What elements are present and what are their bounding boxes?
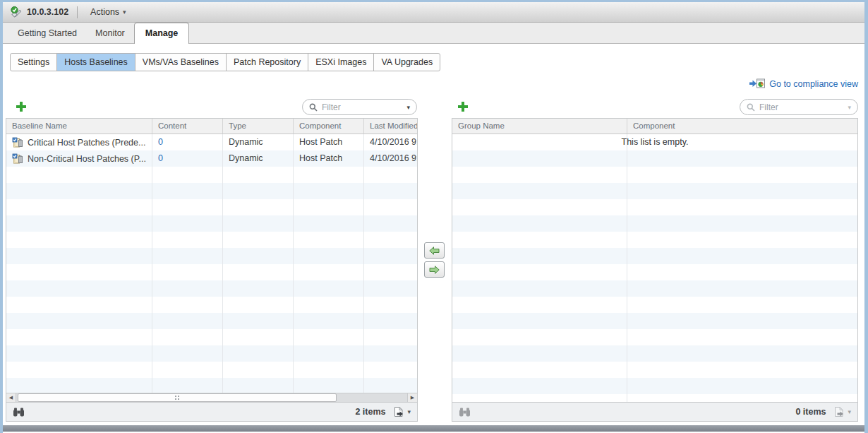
column-header-last-modified[interactable]: Last Modified bbox=[364, 119, 417, 134]
table-cell-empty bbox=[223, 313, 294, 329]
column-header-group-name[interactable]: Group Name bbox=[452, 119, 627, 134]
tab-manage[interactable]: Manage bbox=[134, 23, 190, 44]
table-cell-empty bbox=[452, 167, 627, 183]
table-row-empty bbox=[6, 232, 417, 248]
scrollbar-thumb[interactable] bbox=[18, 393, 337, 402]
subtab-vms-vas-baselines[interactable]: VMs/VAs Baselines bbox=[135, 54, 227, 71]
table-cell-empty bbox=[152, 345, 223, 362]
export-list-icon bbox=[394, 407, 404, 417]
table-cell-empty bbox=[223, 215, 294, 232]
subtab-patch-repository[interactable]: Patch Repository bbox=[227, 54, 308, 71]
table-cell-empty bbox=[364, 362, 417, 378]
table-cell-empty bbox=[223, 329, 294, 345]
baseline-content-link[interactable]: 0 bbox=[152, 150, 223, 167]
table-cell-empty bbox=[294, 167, 364, 183]
go-to-compliance-view-link[interactable]: Go to compliance view bbox=[749, 78, 858, 89]
tab-getting-started[interactable]: Getting Started bbox=[8, 23, 86, 43]
baselines-table: Baseline Name Content Type Component Las… bbox=[6, 118, 418, 422]
table-cell-empty bbox=[627, 297, 857, 313]
export-dropdown-icon[interactable]: ▾ bbox=[407, 408, 411, 415]
export-button[interactable]: ▾ bbox=[394, 407, 411, 417]
column-header-type[interactable]: Type bbox=[223, 119, 294, 134]
table-cell-empty bbox=[364, 232, 417, 248]
subtab-esxi-images[interactable]: ESXi Images bbox=[308, 54, 374, 71]
search-icon bbox=[747, 103, 755, 112]
table-cell-empty bbox=[152, 313, 223, 329]
table-cell-empty bbox=[452, 183, 627, 199]
baselines-table-header: Baseline Name Content Type Component Las… bbox=[6, 119, 417, 134]
baseline-row[interactable]: Critical Host Patches (Prede... 0 Dynami… bbox=[6, 134, 417, 150]
baselines-table-body: Critical Host Patches (Prede... 0 Dynami… bbox=[6, 134, 417, 393]
table-cell-empty bbox=[452, 329, 627, 345]
find-binoculars-icon[interactable] bbox=[13, 408, 25, 417]
add-baseline-group-button[interactable] bbox=[456, 100, 470, 114]
column-header-component[interactable]: Component bbox=[627, 119, 857, 134]
table-row-empty bbox=[6, 378, 417, 393]
find-binoculars-icon[interactable] bbox=[459, 408, 471, 417]
table-cell-empty bbox=[627, 248, 857, 264]
table-cell-empty bbox=[294, 264, 364, 280]
table-cell-empty bbox=[627, 199, 857, 215]
table-cell-empty bbox=[294, 232, 364, 248]
table-cell-empty bbox=[223, 183, 294, 199]
column-header-baseline-name[interactable]: Baseline Name bbox=[6, 119, 152, 134]
baselines-status-bar: 2 items ▾ bbox=[6, 402, 417, 421]
table-row-empty bbox=[452, 248, 857, 264]
table-cell-empty bbox=[6, 215, 152, 232]
table-cell-empty bbox=[364, 199, 417, 215]
items-count: 0 items bbox=[795, 407, 826, 417]
groups-filter-input[interactable]: Filter ▾ bbox=[740, 99, 858, 115]
subtab-va-upgrades[interactable]: VA Upgrades bbox=[374, 54, 440, 71]
scroll-right-arrow[interactable]: ▶ bbox=[407, 393, 417, 402]
attach-right-arrow-button[interactable] bbox=[424, 261, 445, 278]
table-row-empty bbox=[452, 150, 857, 167]
table-row-empty bbox=[6, 199, 417, 215]
subtab-settings[interactable]: Settings bbox=[11, 54, 57, 71]
baselines-filter-input[interactable]: Filter ▾ bbox=[302, 99, 417, 115]
attach-left-arrow-button[interactable] bbox=[424, 242, 445, 259]
tab-monitor[interactable]: Monitor bbox=[86, 23, 134, 43]
table-cell-empty bbox=[452, 264, 627, 280]
manage-subtabs: Settings Hosts Baselines VMs/VAs Baselin… bbox=[10, 53, 440, 71]
column-header-content[interactable]: Content bbox=[152, 119, 223, 134]
chevron-down-icon: ▾ bbox=[123, 8, 126, 16]
table-cell-empty bbox=[223, 248, 294, 264]
baseline-content-link[interactable]: 0 bbox=[152, 134, 223, 150]
table-cell-empty bbox=[152, 215, 223, 232]
groups-table-body bbox=[452, 134, 857, 402]
window-frame-right bbox=[864, 0, 868, 433]
table-cell-empty bbox=[452, 378, 627, 394]
subtab-hosts-baselines[interactable]: Hosts Baselines bbox=[57, 54, 135, 71]
groups-status-bar: 0 items ▾ bbox=[452, 402, 857, 421]
table-cell-empty bbox=[627, 362, 857, 378]
table-row-empty bbox=[6, 167, 417, 183]
table-row-empty bbox=[452, 362, 857, 378]
table-cell-empty bbox=[452, 248, 627, 264]
table-cell-empty bbox=[452, 150, 627, 167]
actions-menu-button[interactable]: Actions ▾ bbox=[86, 4, 131, 20]
baseline-row[interactable]: Non-Critical Host Patches (P... 0 Dynami… bbox=[6, 150, 417, 167]
object-name: 10.0.3.102 bbox=[27, 7, 68, 17]
filter-placeholder: Filter bbox=[322, 102, 406, 112]
table-cell-empty bbox=[452, 313, 627, 329]
filter-dropdown-icon[interactable]: ▾ bbox=[848, 104, 851, 111]
export-dropdown-icon[interactable]: ▾ bbox=[848, 408, 851, 415]
update-manager-icon bbox=[10, 6, 23, 18]
table-cell-empty bbox=[294, 248, 364, 264]
filter-dropdown-icon[interactable]: ▾ bbox=[406, 104, 410, 111]
table-cell-empty bbox=[452, 345, 627, 362]
green-right-arrow-icon bbox=[429, 266, 440, 274]
export-button[interactable]: ▾ bbox=[834, 407, 851, 417]
table-row-empty bbox=[452, 199, 857, 215]
table-cell-empty bbox=[294, 297, 364, 313]
column-header-component[interactable]: Component bbox=[294, 119, 364, 134]
baseline-name-cell: Critical Host Patches (Prede... bbox=[6, 134, 152, 150]
scroll-left-arrow[interactable]: ◀ bbox=[6, 393, 16, 402]
table-row-empty bbox=[6, 329, 417, 345]
table-row-empty bbox=[6, 297, 417, 313]
table-cell-empty bbox=[364, 248, 417, 264]
add-baseline-button[interactable] bbox=[14, 100, 28, 114]
table-cell-empty bbox=[6, 264, 152, 280]
table-cell-empty bbox=[6, 280, 152, 297]
table-cell-empty bbox=[6, 248, 152, 264]
